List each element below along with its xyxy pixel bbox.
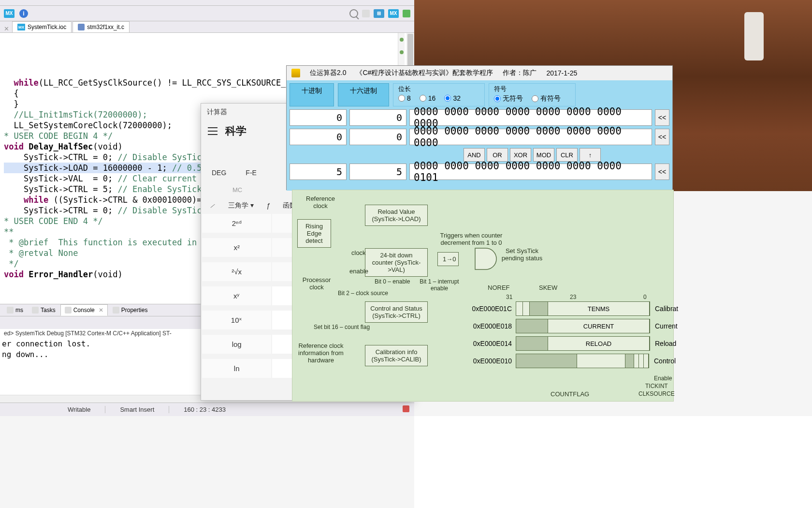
calc-key-ln[interactable]: ln: [202, 359, 271, 378]
tasks-tab[interactable]: Tasks: [28, 305, 59, 315]
result-dec[interactable]: [290, 164, 347, 180]
ctrl-box: Control and Status (SysTick->CTRL): [365, 301, 428, 323]
trigger-label: Triggers when counter decrement from 1 t…: [437, 232, 505, 246]
countflag-label: COUNTFLAG: [551, 390, 589, 398]
calc-key-2[interactable]: 2ⁿᵈ: [202, 214, 271, 233]
c-file-icon: [78, 24, 85, 30]
app-icon: [291, 69, 300, 77]
editor-tab-c[interactable]: stm32f1xx_it.c: [72, 21, 130, 32]
ref-clock-label: Reference clock: [301, 195, 340, 209]
calc-key-log[interactable]: log: [202, 335, 271, 354]
proc-clock-label: Processor clock: [297, 276, 336, 291]
operand2-dec[interactable]: [290, 129, 347, 145]
clksource-label: CLKSOURCE: [638, 390, 675, 397]
tab-label: stm32f1xx_it.c: [87, 24, 124, 30]
shift-button[interactable]: <<: [655, 164, 669, 180]
tab-label: SystemTick.ioc: [28, 24, 66, 30]
app-name: 位运算器2.0: [310, 69, 346, 77]
mc-button[interactable]: MC: [203, 183, 272, 196]
editor-tabs: ✕ MX SystemTick.ioc stm32f1xx_it.c: [0, 21, 414, 33]
trig-button[interactable]: 三角学 ▾: [225, 199, 257, 212]
calc-key-x[interactable]: x²: [202, 238, 271, 257]
calc-title-text: 计算器: [207, 108, 227, 117]
sign-radio[interactable]: 无符号: [494, 94, 523, 103]
op-button-clr[interactable]: CLR: [556, 148, 578, 162]
bitcalc-ops: ANDORXORMODCLR↑: [290, 148, 669, 162]
skew-label: SKEW: [539, 284, 557, 291]
operand1-hex[interactable]: [349, 109, 406, 126]
register-row: 0xE000E014RELOADReload: [471, 336, 676, 351]
systick-diagram: Reference clock Rising Edge detect Proce…: [292, 190, 674, 402]
status-writable: Writable: [5, 406, 105, 413]
sign-radios: 无符号有符号: [494, 94, 570, 103]
operand2-hex[interactable]: [349, 129, 406, 145]
tab-label: Properties: [121, 307, 148, 314]
sign-radio[interactable]: 有符号: [532, 94, 561, 103]
status-insert: Smart Insert: [105, 406, 169, 413]
operand1-bin[interactable]: 0000 0000 0000 0000 0000 0000 0000 0000: [409, 109, 652, 126]
problems-tab[interactable]: ms: [3, 305, 27, 315]
calib-box: Calibration info (SysTick->CALIB): [365, 345, 428, 366]
tickint-label: TICKINT: [645, 383, 668, 389]
author-label: 作者：陈广: [503, 69, 536, 77]
bitlen-radio-16[interactable]: 16: [420, 94, 436, 102]
bitlen-label: 位长: [398, 85, 479, 94]
tick: 0: [643, 294, 647, 300]
desktop-area-2: [414, 416, 812, 508]
status-bar: Writable Smart Insert 160 : 23 : 4233: [0, 403, 414, 416]
search-icon[interactable]: [349, 9, 358, 18]
reload-box: Reload Value (SysTick->LOAD): [365, 205, 428, 226]
decimal-tab[interactable]: 十进制: [290, 83, 334, 106]
operand2-bin[interactable]: 0000 0000 0000 0000 0000 0000 0000 0000: [409, 129, 652, 145]
bit1-label: Bit 1 – interrupt enable: [415, 278, 464, 292]
register-row: 0xE000E01CTENMSCalibrat: [471, 301, 678, 316]
tick: 23: [570, 294, 576, 300]
rising-edge-box: Rising Edge detect: [297, 219, 331, 248]
calc-key-10[interactable]: 10ˣ: [202, 311, 271, 329]
toolbar-icon[interactable]: [362, 10, 370, 17]
op-button-mod[interactable]: MOD: [533, 148, 554, 162]
op-button-xor[interactable]: XOR: [510, 148, 531, 162]
mx-perspective-icon[interactable]: MX: [388, 9, 399, 18]
pending-label: Set SysTick pending status: [500, 247, 544, 262]
calc-key-x[interactable]: xʸ: [202, 286, 271, 305]
hamburger-icon[interactable]: [208, 127, 218, 135]
fe-button[interactable]: F-E: [242, 166, 261, 179]
mx-file-icon: MX: [17, 24, 25, 30]
op-button-↑[interactable]: ↑: [580, 148, 601, 162]
ide-toolbar-2: MX i ⊞ MX: [0, 6, 414, 21]
tick: 31: [506, 294, 512, 300]
info-icon[interactable]: i: [19, 9, 28, 18]
shift-button[interactable]: <<: [655, 109, 669, 126]
operand1-dec[interactable]: [290, 109, 347, 126]
close-all-icon[interactable]: ✕: [2, 25, 11, 32]
status-icon[interactable]: [403, 405, 409, 412]
hex-tab[interactable]: 十六进制: [338, 83, 389, 106]
op-button-or[interactable]: OR: [487, 148, 508, 162]
op-button-and[interactable]: AND: [464, 148, 485, 162]
editor-tab-ioc[interactable]: MX SystemTick.ioc: [12, 21, 72, 32]
deg-button[interactable]: DEG: [208, 166, 230, 179]
perspective-icon[interactable]: ⊞: [374, 9, 384, 18]
and-gate-icon: [474, 247, 500, 271]
gear-icon[interactable]: [403, 10, 410, 17]
bitlen-radios: 81632: [398, 94, 479, 102]
result-bin[interactable]: 0000 0000 0000 0000 0000 0000 0000 0101: [409, 164, 652, 180]
bitlen-radio-8[interactable]: 8: [398, 94, 411, 102]
bitcalc-titlebar[interactable]: 位运算器2.0 《C#程序设计基础教程与实训》配套教学程序 作者：陈广 2017…: [287, 66, 672, 80]
clock-label: clock: [351, 249, 366, 256]
tab-label: ms: [15, 307, 23, 314]
noref-label: NOREF: [488, 284, 510, 291]
bitlen-radio-32[interactable]: 32: [444, 94, 461, 102]
result-hex[interactable]: [349, 164, 406, 180]
properties-tab[interactable]: Properties: [109, 305, 152, 315]
enable-reg-label: Enable: [654, 375, 672, 382]
enable-label: enable: [349, 268, 368, 275]
calc-key-x[interactable]: ²√x: [202, 262, 271, 281]
bit0-label: Bit 0 – enable: [375, 278, 410, 285]
sign-label: 符号: [494, 85, 570, 94]
console-tab[interactable]: Console✕: [60, 304, 108, 316]
shift-button[interactable]: <<: [655, 129, 669, 145]
app-subtitle: 《C#程序设计基础教程与实训》配套教学程序: [356, 69, 493, 77]
mx-icon[interactable]: MX: [4, 9, 14, 18]
